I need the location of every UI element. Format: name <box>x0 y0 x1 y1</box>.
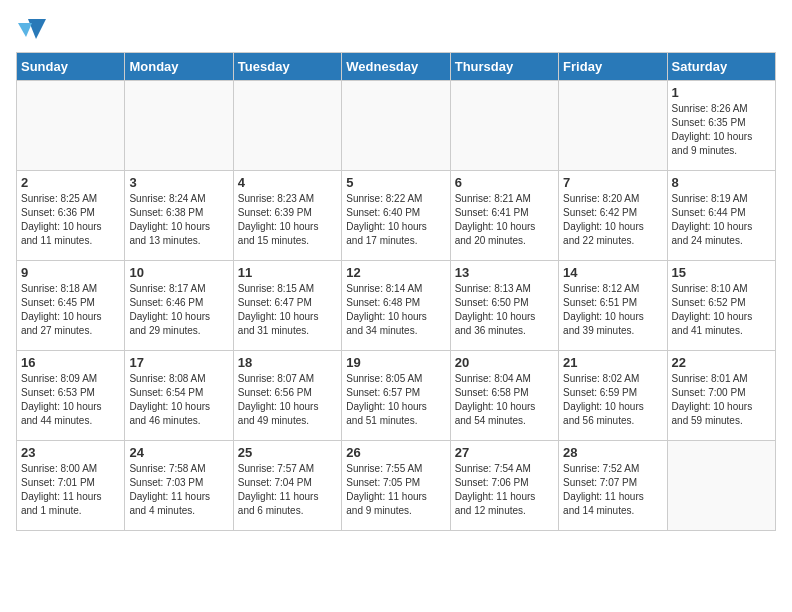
day-number: 14 <box>563 265 662 280</box>
day-info: Sunrise: 8:13 AM Sunset: 6:50 PM Dayligh… <box>455 282 554 338</box>
calendar-cell: 6Sunrise: 8:21 AM Sunset: 6:41 PM Daylig… <box>450 171 558 261</box>
day-number: 1 <box>672 85 771 100</box>
day-number: 23 <box>21 445 120 460</box>
day-info: Sunrise: 8:17 AM Sunset: 6:46 PM Dayligh… <box>129 282 228 338</box>
day-info: Sunrise: 8:25 AM Sunset: 6:36 PM Dayligh… <box>21 192 120 248</box>
calendar-cell <box>667 441 775 531</box>
calendar-cell: 2Sunrise: 8:25 AM Sunset: 6:36 PM Daylig… <box>17 171 125 261</box>
calendar-table: SundayMondayTuesdayWednesdayThursdayFrid… <box>16 52 776 531</box>
calendar-header-row: SundayMondayTuesdayWednesdayThursdayFrid… <box>17 53 776 81</box>
day-number: 15 <box>672 265 771 280</box>
calendar-cell <box>233 81 341 171</box>
day-info: Sunrise: 8:26 AM Sunset: 6:35 PM Dayligh… <box>672 102 771 158</box>
day-number: 28 <box>563 445 662 460</box>
day-number: 13 <box>455 265 554 280</box>
calendar-week-5: 23Sunrise: 8:00 AM Sunset: 7:01 PM Dayli… <box>17 441 776 531</box>
day-header-saturday: Saturday <box>667 53 775 81</box>
calendar-cell: 24Sunrise: 7:58 AM Sunset: 7:03 PM Dayli… <box>125 441 233 531</box>
day-number: 3 <box>129 175 228 190</box>
day-number: 4 <box>238 175 337 190</box>
day-info: Sunrise: 8:20 AM Sunset: 6:42 PM Dayligh… <box>563 192 662 248</box>
day-info: Sunrise: 8:19 AM Sunset: 6:44 PM Dayligh… <box>672 192 771 248</box>
day-info: Sunrise: 8:05 AM Sunset: 6:57 PM Dayligh… <box>346 372 445 428</box>
day-info: Sunrise: 8:07 AM Sunset: 6:56 PM Dayligh… <box>238 372 337 428</box>
calendar-cell: 14Sunrise: 8:12 AM Sunset: 6:51 PM Dayli… <box>559 261 667 351</box>
day-number: 19 <box>346 355 445 370</box>
day-number: 25 <box>238 445 337 460</box>
day-number: 10 <box>129 265 228 280</box>
day-info: Sunrise: 8:10 AM Sunset: 6:52 PM Dayligh… <box>672 282 771 338</box>
day-info: Sunrise: 8:01 AM Sunset: 7:00 PM Dayligh… <box>672 372 771 428</box>
logo <box>16 16 48 42</box>
day-info: Sunrise: 8:02 AM Sunset: 6:59 PM Dayligh… <box>563 372 662 428</box>
day-header-tuesday: Tuesday <box>233 53 341 81</box>
day-info: Sunrise: 7:57 AM Sunset: 7:04 PM Dayligh… <box>238 462 337 518</box>
day-header-wednesday: Wednesday <box>342 53 450 81</box>
calendar-cell: 15Sunrise: 8:10 AM Sunset: 6:52 PM Dayli… <box>667 261 775 351</box>
day-info: Sunrise: 8:09 AM Sunset: 6:53 PM Dayligh… <box>21 372 120 428</box>
calendar-week-4: 16Sunrise: 8:09 AM Sunset: 6:53 PM Dayli… <box>17 351 776 441</box>
day-number: 5 <box>346 175 445 190</box>
day-info: Sunrise: 8:00 AM Sunset: 7:01 PM Dayligh… <box>21 462 120 518</box>
calendar-cell: 16Sunrise: 8:09 AM Sunset: 6:53 PM Dayli… <box>17 351 125 441</box>
calendar-cell: 5Sunrise: 8:22 AM Sunset: 6:40 PM Daylig… <box>342 171 450 261</box>
calendar-cell: 9Sunrise: 8:18 AM Sunset: 6:45 PM Daylig… <box>17 261 125 351</box>
calendar-week-3: 9Sunrise: 8:18 AM Sunset: 6:45 PM Daylig… <box>17 261 776 351</box>
calendar-cell: 25Sunrise: 7:57 AM Sunset: 7:04 PM Dayli… <box>233 441 341 531</box>
day-number: 24 <box>129 445 228 460</box>
svg-marker-0 <box>28 19 46 39</box>
day-info: Sunrise: 8:21 AM Sunset: 6:41 PM Dayligh… <box>455 192 554 248</box>
day-info: Sunrise: 8:23 AM Sunset: 6:39 PM Dayligh… <box>238 192 337 248</box>
calendar-cell: 4Sunrise: 8:23 AM Sunset: 6:39 PM Daylig… <box>233 171 341 261</box>
calendar-cell: 22Sunrise: 8:01 AM Sunset: 7:00 PM Dayli… <box>667 351 775 441</box>
calendar-cell: 19Sunrise: 8:05 AM Sunset: 6:57 PM Dayli… <box>342 351 450 441</box>
day-number: 16 <box>21 355 120 370</box>
day-number: 18 <box>238 355 337 370</box>
day-header-monday: Monday <box>125 53 233 81</box>
calendar-cell <box>342 81 450 171</box>
svg-marker-1 <box>18 23 32 37</box>
day-info: Sunrise: 8:22 AM Sunset: 6:40 PM Dayligh… <box>346 192 445 248</box>
calendar-cell: 20Sunrise: 8:04 AM Sunset: 6:58 PM Dayli… <box>450 351 558 441</box>
day-info: Sunrise: 7:58 AM Sunset: 7:03 PM Dayligh… <box>129 462 228 518</box>
day-info: Sunrise: 8:04 AM Sunset: 6:58 PM Dayligh… <box>455 372 554 428</box>
calendar-cell: 23Sunrise: 8:00 AM Sunset: 7:01 PM Dayli… <box>17 441 125 531</box>
calendar-week-2: 2Sunrise: 8:25 AM Sunset: 6:36 PM Daylig… <box>17 171 776 261</box>
calendar-cell: 17Sunrise: 8:08 AM Sunset: 6:54 PM Dayli… <box>125 351 233 441</box>
calendar-cell: 1Sunrise: 8:26 AM Sunset: 6:35 PM Daylig… <box>667 81 775 171</box>
calendar-cell <box>559 81 667 171</box>
day-number: 2 <box>21 175 120 190</box>
day-number: 26 <box>346 445 445 460</box>
calendar-cell: 28Sunrise: 7:52 AM Sunset: 7:07 PM Dayli… <box>559 441 667 531</box>
calendar-cell <box>17 81 125 171</box>
calendar-cell: 7Sunrise: 8:20 AM Sunset: 6:42 PM Daylig… <box>559 171 667 261</box>
day-number: 11 <box>238 265 337 280</box>
day-number: 22 <box>672 355 771 370</box>
calendar-week-1: 1Sunrise: 8:26 AM Sunset: 6:35 PM Daylig… <box>17 81 776 171</box>
day-info: Sunrise: 8:24 AM Sunset: 6:38 PM Dayligh… <box>129 192 228 248</box>
calendar-cell: 13Sunrise: 8:13 AM Sunset: 6:50 PM Dayli… <box>450 261 558 351</box>
day-info: Sunrise: 8:14 AM Sunset: 6:48 PM Dayligh… <box>346 282 445 338</box>
day-header-sunday: Sunday <box>17 53 125 81</box>
day-number: 21 <box>563 355 662 370</box>
calendar-cell: 26Sunrise: 7:55 AM Sunset: 7:05 PM Dayli… <box>342 441 450 531</box>
day-number: 7 <box>563 175 662 190</box>
day-header-thursday: Thursday <box>450 53 558 81</box>
calendar-cell: 3Sunrise: 8:24 AM Sunset: 6:38 PM Daylig… <box>125 171 233 261</box>
calendar-cell: 12Sunrise: 8:14 AM Sunset: 6:48 PM Dayli… <box>342 261 450 351</box>
calendar-cell: 18Sunrise: 8:07 AM Sunset: 6:56 PM Dayli… <box>233 351 341 441</box>
calendar-cell: 10Sunrise: 8:17 AM Sunset: 6:46 PM Dayli… <box>125 261 233 351</box>
day-number: 27 <box>455 445 554 460</box>
day-number: 20 <box>455 355 554 370</box>
calendar-cell <box>450 81 558 171</box>
calendar-cell: 27Sunrise: 7:54 AM Sunset: 7:06 PM Dayli… <box>450 441 558 531</box>
day-info: Sunrise: 7:52 AM Sunset: 7:07 PM Dayligh… <box>563 462 662 518</box>
day-info: Sunrise: 8:12 AM Sunset: 6:51 PM Dayligh… <box>563 282 662 338</box>
day-info: Sunrise: 7:55 AM Sunset: 7:05 PM Dayligh… <box>346 462 445 518</box>
day-info: Sunrise: 8:18 AM Sunset: 6:45 PM Dayligh… <box>21 282 120 338</box>
day-info: Sunrise: 7:54 AM Sunset: 7:06 PM Dayligh… <box>455 462 554 518</box>
day-number: 8 <box>672 175 771 190</box>
page-header <box>16 16 776 42</box>
day-number: 6 <box>455 175 554 190</box>
day-info: Sunrise: 8:08 AM Sunset: 6:54 PM Dayligh… <box>129 372 228 428</box>
